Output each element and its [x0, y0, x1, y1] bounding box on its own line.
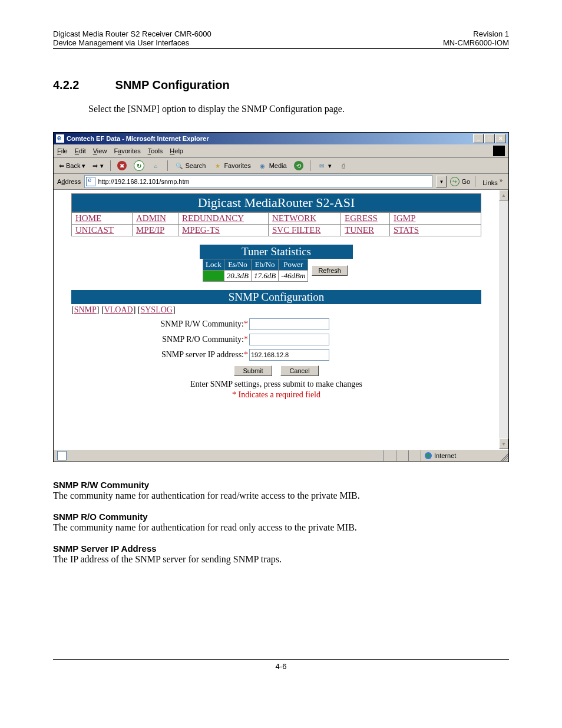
link-syslog[interactable]: SYSLOG: [140, 305, 172, 314]
menu-view[interactable]: View: [93, 147, 107, 154]
nav-stats[interactable]: STATS: [394, 225, 419, 235]
desc-ro-title: SNMP R/O Community: [53, 512, 509, 522]
home-button[interactable]: ⌂: [150, 160, 163, 171]
link-snmp[interactable]: SNMP: [74, 305, 97, 314]
required-note: * Indicates a required field: [71, 390, 481, 400]
th-lock: Lock: [203, 259, 224, 271]
address-bar: Address http://192.168.12.101/snmp.htm ▼…: [54, 174, 508, 190]
tuner-refresh-button[interactable]: Refresh: [312, 265, 348, 276]
scroll-track[interactable]: [499, 200, 508, 439]
tuner-table: Lock Es/No Eb/No Power Refresh 20.3dB 17…: [203, 259, 350, 282]
scroll-down-button[interactable]: ▼: [499, 439, 508, 449]
media-button[interactable]: ◉Media: [256, 160, 289, 171]
ie-throbber-icon: [493, 146, 505, 156]
status-bar: Internet: [54, 449, 508, 462]
back-button[interactable]: ⇐ Back ▾: [57, 162, 87, 170]
desc-ip-text: The IP address of the SNMP server for se…: [53, 554, 509, 565]
nav-redundancy[interactable]: REDUNDANCY: [182, 213, 244, 223]
address-dropdown-button[interactable]: ▼: [436, 176, 447, 187]
submit-button[interactable]: Submit: [234, 365, 272, 376]
maximize-button[interactable]: □: [484, 134, 495, 143]
stop-button[interactable]: ✖: [115, 160, 128, 171]
links-button[interactable]: Links »: [480, 177, 505, 186]
th-power: Power: [279, 259, 308, 271]
scroll-up-button[interactable]: ▲: [499, 190, 508, 200]
help-text: Enter SNMP settings, press submit to mak…: [71, 380, 481, 389]
input-rw-community[interactable]: [249, 318, 329, 330]
header-left-2: Device Management via User Interfaces: [53, 38, 211, 47]
address-input-wrap[interactable]: http://192.168.12.101/snmp.htm: [84, 175, 432, 188]
nav-unicast[interactable]: UNICAST: [75, 225, 114, 235]
cancel-button[interactable]: Cancel: [280, 365, 318, 376]
status-zone: Internet: [421, 450, 499, 461]
minimize-button[interactable]: _: [473, 134, 484, 143]
section-title: SNMP Configuration: [115, 78, 230, 91]
desc-ip-title: SNMP Server IP Address: [53, 543, 509, 554]
go-button[interactable]: ↪ Go: [450, 177, 470, 186]
globe-icon: [425, 452, 432, 459]
link-vload[interactable]: VLOAD: [104, 305, 133, 314]
address-label: Address: [57, 178, 81, 185]
ie-app-icon: [56, 134, 64, 143]
title-bar: Comtech EF Data - Microsoft Internet Exp…: [54, 133, 508, 144]
refresh-button[interactable]: ↻: [132, 160, 146, 172]
nav-egress[interactable]: EGRESS: [345, 213, 378, 223]
doc-header: Digicast Media Router S2 Receiver CMR-60…: [53, 29, 509, 49]
header-left-1: Digicast Media Router S2 Receiver CMR-60…: [53, 29, 211, 38]
val-esno: 20.3dB: [224, 271, 251, 282]
menu-help[interactable]: Help: [170, 147, 183, 154]
window-title: Comtech EF Data - Microsoft Internet Exp…: [67, 135, 209, 142]
nav-igmp[interactable]: IGMP: [394, 213, 416, 223]
page-icon: [86, 177, 95, 186]
label-ip: SNMP server IP address:: [161, 350, 244, 359]
section-number: 4.2.2: [53, 78, 112, 92]
th-esno: Es/No: [224, 259, 251, 271]
input-server-ip[interactable]: [249, 349, 329, 361]
nav-mpeip[interactable]: MPE/IP: [136, 225, 164, 235]
mail-button[interactable]: ✉▾: [315, 160, 333, 171]
menu-file[interactable]: File: [57, 147, 68, 154]
nav-home[interactable]: HOME: [75, 213, 101, 223]
favorites-button[interactable]: ★Favorites: [211, 160, 252, 171]
status-page-icon: [57, 451, 67, 460]
menu-bar: File Edit View Favorites Tools Help: [54, 144, 508, 158]
desc-rw-title: SNMP R/W Community: [53, 480, 509, 490]
go-icon: ↪: [450, 177, 459, 186]
nav-svcfilter[interactable]: SVC FILTER: [272, 225, 320, 235]
search-button[interactable]: 🔍Search: [173, 160, 208, 171]
ie-window: Comtech EF Data - Microsoft Internet Exp…: [53, 132, 509, 462]
nav-network[interactable]: NETWORK: [272, 213, 316, 223]
close-button[interactable]: ✕: [495, 134, 506, 143]
desc-rw-text: The community name for authentication fo…: [53, 490, 509, 501]
status-cell-3: [408, 450, 421, 461]
menu-favorites[interactable]: Favorites: [114, 147, 140, 154]
snmp-banner: SNMP Configuration: [71, 290, 481, 304]
section-heading: 4.2.2 SNMP Configuration: [53, 78, 509, 92]
nav-admin[interactable]: ADMIN: [136, 213, 166, 223]
history-button[interactable]: ⟲: [292, 160, 305, 171]
status-cell-2: [396, 450, 408, 461]
content-area: Digicast MediaRouter S2-ASI HOME ADMIN R…: [54, 190, 508, 449]
status-cell-1: [384, 450, 396, 461]
lock-indicator: [203, 271, 224, 282]
desc-ro-text: The community name for authentication fo…: [53, 522, 509, 533]
label-ro: SNMP R/O Community:: [162, 335, 244, 344]
print-button[interactable]: ⎙: [337, 160, 350, 171]
page-banner: Digicast MediaRouter S2-ASI: [71, 193, 481, 212]
forward-button[interactable]: ⇒ ▾: [91, 162, 105, 170]
label-rw: SNMP R/W Community:: [160, 319, 244, 328]
snmp-sublinks: [SNMP] [VLOAD] [SYSLOG]: [71, 305, 481, 315]
header-right-2: MN-CMR6000-IOM: [443, 38, 509, 47]
val-ebno: 17.6dB: [252, 271, 279, 282]
nav-mpegts[interactable]: MPEG-TS: [182, 225, 220, 235]
resize-grip[interactable]: [499, 450, 508, 461]
nav-tuner[interactable]: TUNER: [345, 225, 374, 235]
page-footer: 4-6: [53, 659, 509, 671]
vertical-scrollbar[interactable]: ▲ ▼: [499, 190, 508, 449]
toolbar: ⇐ Back ▾ ⇒ ▾ ✖ ↻ ⌂ 🔍Search ★Favorites ◉M…: [54, 158, 508, 174]
menu-edit[interactable]: Edit: [75, 147, 86, 154]
menu-tools[interactable]: Tools: [148, 147, 163, 154]
input-ro-community[interactable]: [249, 334, 329, 345]
val-power: -46dBm: [279, 271, 308, 282]
url-text: http://192.168.12.101/snmp.htm: [98, 178, 189, 185]
